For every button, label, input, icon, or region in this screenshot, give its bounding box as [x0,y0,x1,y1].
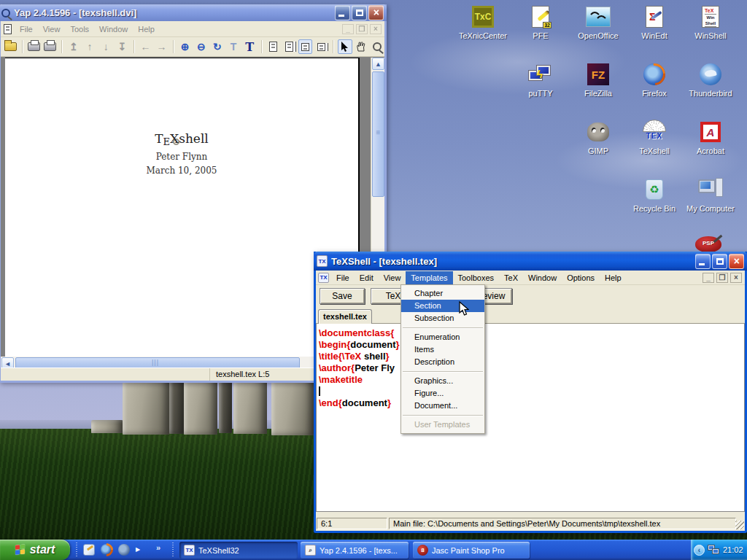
editor-line: \maketitle [319,374,744,386]
menu-item-items[interactable]: Items [401,343,484,356]
show-desktop-icon[interactable] [83,544,95,556]
print-setup-icon[interactable] [43,39,57,54]
my-computer-icon [698,178,723,201]
icon-label: Acrobat [682,147,739,155]
desktop-icon-winedt[interactable]: Σ WinEdt [626,4,683,40]
previous-page-icon[interactable]: ↑ [82,39,96,54]
menu-window[interactable]: Window [523,271,562,284]
desktop-icon-putty[interactable]: ϟ puTTY [512,62,569,98]
taskbar-button-texshell[interactable]: TX TeXShell32 [179,542,298,559]
refresh-icon[interactable]: ↻ [210,39,224,54]
print-icon[interactable] [27,39,41,54]
firefox-quicklaunch-icon[interactable] [101,544,112,556]
mdi-close-button[interactable]: × [730,273,742,283]
texshell-titlebar[interactable]: TX TeXShell - [texshell.tex] × [314,252,747,271]
menu-tools[interactable]: Tools [65,23,94,36]
save-button[interactable]: Save [320,288,365,304]
menu-item-figure[interactable]: Figure... [401,387,484,400]
close-button[interactable]: × [368,5,384,20]
menu-file[interactable]: File [15,23,38,36]
mdi-minimize-button[interactable]: _ [703,273,714,283]
taskbar-button-yap[interactable]: ⌕ Yap 2.4.1596 - [texs... [301,542,409,559]
menu-help[interactable]: Help [133,23,160,36]
minimize-button[interactable] [335,5,350,20]
tray-collapse-chevron[interactable]: ‹ [694,545,705,556]
forward-icon[interactable]: → [155,39,169,54]
minimize-button[interactable] [695,254,711,269]
menu-item-chapter[interactable]: Chapter [401,287,484,300]
menu-item-description[interactable]: Description [401,356,484,368]
continuous-double-view-icon[interactable] [314,39,328,54]
menu-options[interactable]: Options [562,271,600,284]
vertical-scroll-thumb[interactable] [372,71,384,197]
first-page-icon[interactable]: ↥ [66,39,80,54]
next-page-icon[interactable]: ↓ [99,39,113,54]
mdi-restore-button[interactable]: ❐ [356,24,368,34]
open-icon[interactable] [4,39,18,54]
hand-tool-icon[interactable] [355,39,368,54]
menu-help[interactable]: Help [600,271,627,284]
desktop-icon-psp[interactable]: PSP [695,236,721,252]
mouse-cursor [459,301,469,319]
tab-texshell-tex[interactable]: texshell.tex [318,309,372,324]
menu-item-graphics[interactable]: Graphics... [401,375,484,387]
zoom-in-icon[interactable]: ⊕ [178,39,192,54]
pointer-tool-icon[interactable] [338,39,352,54]
menu-window[interactable]: Window [94,23,133,36]
tray-clock: 21:02 [723,545,743,554]
toolbar-grip[interactable] [172,542,174,557]
desktop-icon-firefox[interactable]: Firefox [626,62,683,98]
single-page-view-icon[interactable] [266,39,280,54]
continuous-view-icon[interactable] [298,39,312,54]
quicklaunch-overflow-chevron[interactable]: » [156,543,160,552]
menu-templates[interactable]: Templates [406,271,452,284]
resize-grip[interactable] [735,521,744,529]
toolbar-grip[interactable] [76,542,77,557]
desktop-icon-filezilla[interactable]: FZ FileZilla [570,62,627,98]
desktop-icon-my-computer[interactable]: My Computer [682,177,739,213]
last-page-icon[interactable]: ↧ [115,39,129,54]
taskbar-button-paintshoppro[interactable]: 8 Jasc Paint Shop Pro [413,542,530,559]
start-button[interactable]: start [0,540,70,560]
desktop-icon-openoffice[interactable]: OpenOffice [570,4,627,40]
thunderbird-quicklaunch-icon[interactable] [118,544,130,556]
desktop-icon-texshell[interactable]: TEX TeXshell [626,120,683,155]
scroll-up-button[interactable]: ▲ [372,58,384,70]
text-ruler-icon[interactable]: T [227,39,241,54]
desktop-icon-recycle-bin[interactable]: ♻ Recycle Bin [626,177,683,213]
desktop-icon-acrobat[interactable]: A Acrobat [682,120,739,155]
menu-view[interactable]: View [38,23,66,36]
mdi-close-button[interactable]: × [370,24,382,34]
menu-tex[interactable]: TeX [499,271,523,284]
menu-item-subsection[interactable]: Subsection [401,312,484,324]
menu-toolboxes[interactable]: Toolboxes [453,271,500,284]
desktop-icon-gimp[interactable]: GIMP [570,120,627,155]
desktop-icon-pfe[interactable]: 32 PFE [512,4,569,40]
text-mode-icon[interactable]: T [243,39,257,54]
openoffice-icon [586,7,611,27]
maximize-button[interactable] [352,5,367,20]
close-button[interactable]: × [729,254,744,269]
yap-task-icon: ⌕ [305,545,316,556]
maximize-button[interactable] [712,254,727,269]
zoom-out-icon[interactable]: ⊖ [194,39,208,54]
network-tray-icon[interactable] [708,545,720,556]
menu-edit[interactable]: Edit [355,271,379,284]
mdi-minimize-button[interactable]: _ [342,24,354,34]
menu-item-document[interactable]: Document... [401,400,484,412]
desktop-icon-thunderbird[interactable]: Thunderbird [682,62,739,98]
menu-item-enumeration[interactable]: Enumeration [401,331,484,343]
yap-titlebar[interactable]: Yap 2.4.1596 - [texshell.dvi] × [0,4,387,21]
menu-file[interactable]: File [331,271,355,284]
double-page-view-icon[interactable] [282,39,296,54]
menu-view[interactable]: View [379,271,406,284]
editor-area[interactable]: \documentclass{ \begin{document} \title{… [316,324,745,512]
filezilla-icon: FZ [587,63,609,85]
menu-item-section[interactable]: Section [401,300,484,312]
magnifier-tool-icon[interactable] [371,39,384,54]
desktop-icon-winshell[interactable]: TeXWinShell WinShell [682,4,739,40]
task-label: Jasc Paint Shop Pro [432,546,505,555]
back-icon[interactable]: ← [139,39,152,54]
desktop-icon-texniccenter[interactable]: TxC TeXnicCenter [454,4,511,40]
mdi-restore-button[interactable]: ❐ [716,273,728,283]
